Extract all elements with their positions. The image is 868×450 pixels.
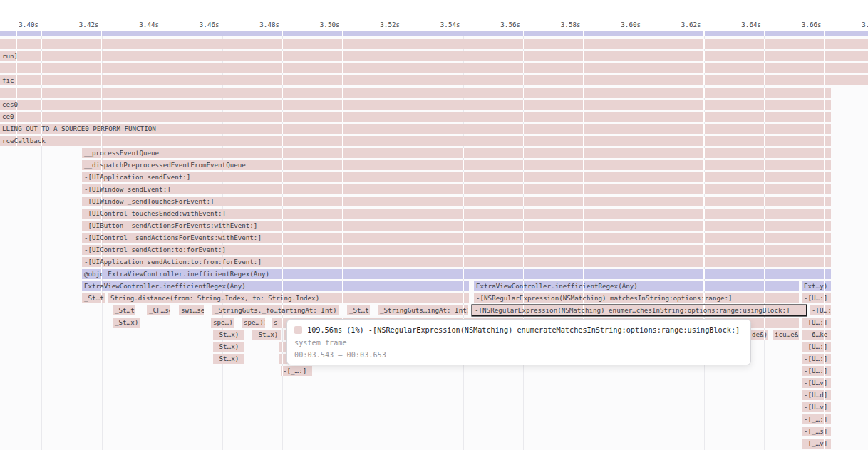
flame-segment[interactable]: -[UIControl sendAction:to:forEvent:] bbox=[82, 245, 831, 255]
time-tick-label: 3.50s bbox=[316, 21, 340, 29]
flame-segment[interactable]: __dispatchPreprocessedEventFromEventQueu… bbox=[82, 160, 831, 170]
flame-segment[interactable] bbox=[0, 88, 831, 98]
flame-segment[interactable]: _CF…se bbox=[147, 305, 170, 315]
flame-segment[interactable]: LLING_OUT_TO_A_SOURCE0_PERFORM_FUNCTION_… bbox=[0, 124, 831, 134]
flame-segment[interactable] bbox=[0, 31, 868, 36]
time-tick-label: 3.48s bbox=[255, 21, 279, 29]
flame-segment[interactable]: ces0 bbox=[0, 100, 831, 110]
flame-segment[interactable]: -[U…:] bbox=[802, 293, 831, 303]
time-tick-label: 3.46s bbox=[195, 21, 219, 29]
time-tick-label: 3.58s bbox=[557, 21, 581, 29]
flame-segment[interactable]: -[U…:] bbox=[802, 366, 831, 376]
flame-segment[interactable]: -[UIButton _sendActionsForEvents:withEve… bbox=[82, 221, 831, 231]
flame-segment[interactable]: -[U…v] bbox=[802, 378, 831, 388]
flame-segment[interactable]: -[UIApplication sendEvent:] bbox=[82, 172, 831, 182]
flame-segment[interactable]: -[_…:] bbox=[802, 414, 831, 424]
flame-segment[interactable]: String.distance(from: String.Index, to: … bbox=[108, 293, 469, 303]
flame-segment[interactable]: _St…t) bbox=[113, 305, 135, 315]
time-tick-label: 3.56s bbox=[496, 21, 520, 29]
flame-segment[interactable]: ExtraViewController.inefficientRegex(Any… bbox=[474, 281, 799, 291]
flame-segment[interactable]: ce0 bbox=[0, 112, 831, 122]
flame-segment[interactable]: fic bbox=[0, 75, 868, 85]
flame-segment[interactable]: spe…)) bbox=[211, 318, 234, 328]
flame-segment[interactable]: _StringGuts…ingAt: Int) bbox=[378, 305, 468, 315]
time-tick-label: 3.64s bbox=[737, 21, 761, 29]
flame-segment[interactable]: -[U…:] bbox=[810, 305, 831, 315]
flame-segment[interactable]: -[UIControl touchesEnded:withEvent:] bbox=[82, 209, 831, 219]
flame-segment[interactable]: icu…e&) bbox=[773, 330, 799, 340]
flame-segment[interactable]: -[U…d] bbox=[802, 390, 831, 400]
time-tick-label: 3.60s bbox=[616, 21, 641, 29]
flame-segment[interactable]: __processEventQueue bbox=[82, 148, 831, 158]
flame-segment[interactable]: _St…x) bbox=[113, 318, 140, 328]
flame-segment[interactable]: _St…x) bbox=[213, 342, 244, 352]
flame-segment[interactable] bbox=[0, 39, 868, 49]
flame-segment[interactable]: ExtraViewController.inefficientRegex(Any… bbox=[82, 281, 469, 291]
flame-segment[interactable]: _St…x) bbox=[252, 330, 281, 340]
flame-segment[interactable] bbox=[0, 63, 868, 73]
flame-segment[interactable]: -[UIApplication sendAction:to:from:forEv… bbox=[82, 257, 831, 267]
flame-segment[interactable]: spe…)) bbox=[242, 318, 265, 328]
time-tick-label: 3.52s bbox=[376, 21, 400, 29]
flame-segment[interactable]: -[_…s] bbox=[802, 427, 831, 436]
flame-segment[interactable]: -[UIWindow _sendTouchesForEvent:] bbox=[82, 197, 831, 206]
flame-segment[interactable]: __6…ke bbox=[802, 330, 831, 340]
flame-segment[interactable]: @objc ExtraViewController.inefficientReg… bbox=[82, 269, 831, 279]
flame-segment[interactable]: _St…x) bbox=[213, 354, 244, 364]
flame-segment[interactable]: _St…x) bbox=[213, 330, 244, 340]
flame-chart: 3.40s3.42s3.44s3.46s3.48s3.50s3.52s3.54s… bbox=[0, 0, 868, 450]
flame-segment[interactable]: -[_…v] bbox=[802, 439, 831, 449]
flame-segment[interactable]: _St…t) bbox=[347, 305, 370, 315]
flame-segment[interactable]: swi…se bbox=[179, 305, 204, 315]
flame-segment[interactable]: -[U…v] bbox=[802, 402, 831, 412]
flame-segment-selected[interactable]: -[NSRegularExpression(NSMatching) enumer… bbox=[472, 305, 806, 315]
flame-segment[interactable]: -[NSRegularExpression(NSMatching) matche… bbox=[474, 293, 799, 303]
flame-segment[interactable]: de&) bbox=[750, 330, 768, 340]
frame-color-swatch-icon bbox=[294, 326, 302, 334]
time-tick-label: 3.62s bbox=[677, 21, 701, 29]
flame-segment[interactable]: -[U…:] bbox=[802, 318, 831, 328]
flame-segment[interactable]: -[U…:] bbox=[802, 342, 831, 352]
time-tick-label: 3.54s bbox=[436, 21, 460, 29]
flame-segment[interactable]: run] bbox=[0, 51, 868, 61]
time-tick-label: 3.66s bbox=[797, 21, 822, 29]
time-tick-label: 3.68s bbox=[857, 21, 868, 29]
flame-segment[interactable]: _St…t) bbox=[82, 293, 105, 303]
flame-segment[interactable]: -[U…:] bbox=[802, 354, 831, 364]
flame-segment[interactable]: -[UIWindow sendEvent:] bbox=[82, 184, 831, 194]
time-tick-label: 3.44s bbox=[135, 21, 159, 29]
flame-segment[interactable]: -[_…:] bbox=[281, 366, 312, 376]
flame-segment[interactable]: _StringGuts._fo…tartingAt: Int) bbox=[212, 305, 339, 315]
tooltip-subtitle: system frame bbox=[294, 337, 743, 349]
tooltip-title: 109.56ms (1%) -[NSRegularExpression(NSMa… bbox=[307, 326, 740, 334]
flame-segment[interactable]: rceCallback bbox=[0, 136, 831, 146]
tooltip-title-row: 109.56ms (1%) -[NSRegularExpression(NSMa… bbox=[294, 324, 743, 336]
time-tick-label: 3.42s bbox=[75, 21, 99, 29]
flame-segment[interactable]: -[UIControl _sendActionsForEvents:withEv… bbox=[82, 233, 831, 243]
tooltip-time-range: 00:03.543 — 00:03.653 bbox=[294, 349, 743, 361]
frame-tooltip: 109.56ms (1%) -[NSRegularExpression(NSMa… bbox=[286, 319, 751, 365]
flame-segment[interactable]: Ext…y) bbox=[802, 281, 831, 291]
time-tick-label: 3.40s bbox=[14, 21, 38, 29]
